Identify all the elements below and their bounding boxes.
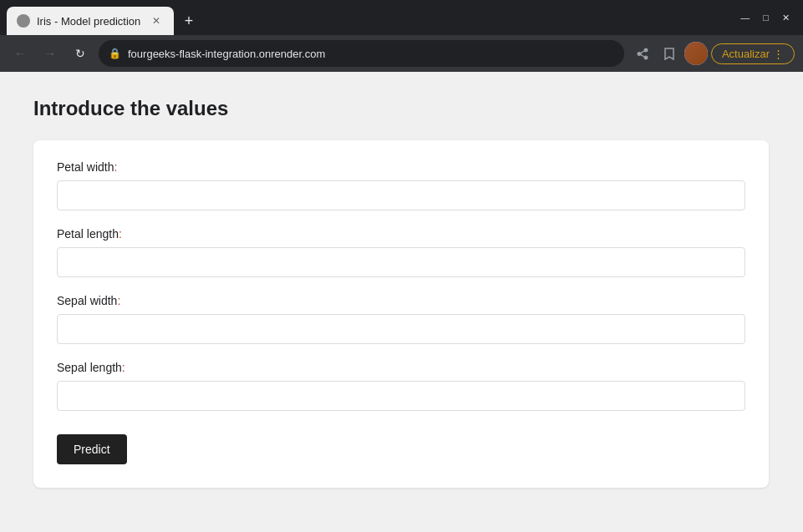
maximize-button[interactable]: □ <box>763 13 769 23</box>
lock-icon: 🔒 <box>109 48 121 59</box>
page-title: Introduce the values <box>33 97 770 120</box>
sepal-length-group: Sepal length: <box>57 361 745 411</box>
address-bar[interactable]: 🔒 fourgeeks-flask-integration.onrender.c… <box>99 40 624 67</box>
address-bar-row: ← → ↻ 🔒 fourgeeks-flask-integration.onre… <box>0 35 803 72</box>
sepal-width-label: Sepal width: <box>57 294 745 307</box>
new-tab-button[interactable]: + <box>177 9 201 33</box>
sepal-length-input[interactable] <box>57 381 745 411</box>
petal-length-group: Petal length: <box>57 227 745 277</box>
browser-chrome: Iris - Model prediction ✕ + — □ ✕ ← → ↻ … <box>0 0 803 72</box>
bookmark-icon[interactable] <box>658 42 681 65</box>
active-tab[interactable]: Iris - Model prediction ✕ <box>7 7 174 35</box>
url-text: fourgeeks-flask-integration.onrender.com <box>128 48 614 60</box>
tab-bar: Iris - Model prediction ✕ + — □ ✕ <box>0 0 803 35</box>
close-button[interactable]: ✕ <box>782 13 790 23</box>
petal-width-label: Petal width: <box>57 160 745 174</box>
address-bar-actions: Actualizar ⋮ <box>631 42 795 65</box>
petal-width-group: Petal width: <box>57 160 745 210</box>
tab-title: Iris - Model prediction <box>37 15 142 28</box>
minimize-button[interactable]: — <box>740 13 750 23</box>
prediction-form: Petal width: Petal length: Sepal width: <box>57 160 745 464</box>
page-content: Introduce the values Petal width: Petal … <box>0 72 803 532</box>
tab-favicon <box>17 14 30 28</box>
update-button[interactable]: Actualizar ⋮ <box>711 43 795 64</box>
forward-button[interactable]: → <box>38 42 62 65</box>
petal-width-input[interactable] <box>57 180 745 210</box>
form-card: Petal width: Petal length: Sepal width: <box>33 140 769 488</box>
sepal-width-input[interactable] <box>57 314 745 344</box>
petal-length-input[interactable] <box>57 247 745 277</box>
tab-close-button[interactable]: ✕ <box>149 13 164 28</box>
sepal-length-label: Sepal length: <box>57 361 745 374</box>
predict-button-label: Predict <box>74 443 110 456</box>
update-menu-icon: ⋮ <box>773 48 784 60</box>
update-button-label: Actualizar <box>722 48 770 60</box>
share-icon[interactable] <box>631 42 654 65</box>
window-controls: — □ ✕ <box>740 13 796 30</box>
predict-button[interactable]: Predict <box>57 434 127 464</box>
reload-button[interactable]: ↻ <box>69 42 92 65</box>
petal-length-label: Petal length: <box>57 227 745 241</box>
back-button[interactable]: ← <box>8 42 32 65</box>
profile-avatar[interactable] <box>684 42 708 65</box>
sepal-width-group: Sepal width: <box>57 294 745 344</box>
